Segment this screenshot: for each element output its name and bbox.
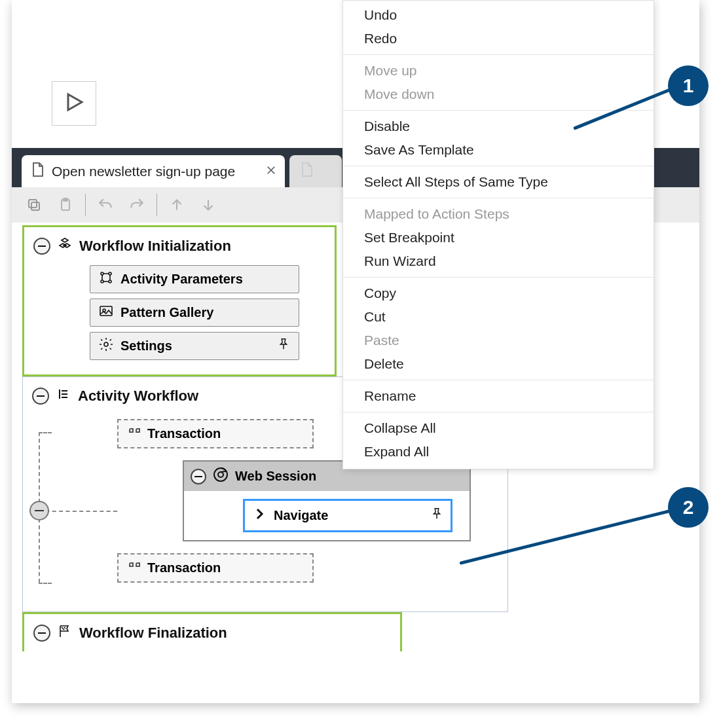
node-label: Transaction (147, 426, 221, 441)
pin-icon[interactable] (276, 337, 291, 355)
svg-point-5 (101, 272, 103, 275)
collapse-icon[interactable] (32, 388, 49, 405)
file-icon (299, 162, 314, 181)
group-header[interactable]: Workflow Initialization (33, 236, 325, 256)
parameters-icon (98, 270, 114, 289)
play-button[interactable] (52, 81, 96, 126)
group-title: Activity Workflow (78, 388, 198, 405)
quote-icon (126, 558, 142, 577)
paste-button[interactable] (50, 189, 81, 221)
move-down-button[interactable] (193, 189, 224, 221)
menu-delete[interactable]: Delete (343, 352, 654, 376)
menu-separator (343, 412, 654, 412)
collapse-icon[interactable] (33, 238, 50, 255)
callout-number: 2 (683, 496, 694, 519)
editor-panel: Open newsletter sign-up page Work (12, 0, 699, 703)
menu-disable[interactable]: Disable (343, 115, 654, 138)
menu-undo[interactable]: Undo (343, 3, 654, 27)
node-transaction[interactable]: Transaction (117, 419, 314, 448)
cubes-icon (57, 236, 73, 256)
menu-rename[interactable]: Rename (343, 384, 654, 408)
quote-icon (126, 424, 142, 443)
menu-separator (343, 166, 654, 166)
svg-point-11 (104, 342, 108, 346)
node-activity-parameters[interactable]: Activity Parameters (90, 265, 299, 293)
pin-icon[interactable] (430, 507, 444, 524)
menu-select-same-type[interactable]: Select All Steps of Same Type (343, 170, 654, 194)
group-workflow-initialization: Workflow Initialization Activity Paramet… (22, 225, 337, 376)
menu-expand-all[interactable]: Expand All (343, 440, 654, 464)
node-pattern-gallery[interactable]: Pattern Gallery (90, 299, 299, 327)
menu-separator (343, 277, 654, 278)
close-icon[interactable] (265, 164, 277, 179)
collapse-icon[interactable] (29, 501, 49, 520)
connector-horizontal (39, 511, 117, 512)
svg-point-7 (101, 280, 103, 283)
node-transaction[interactable]: Transaction (117, 553, 314, 583)
node-label: Activity Parameters (120, 272, 243, 287)
node-label: Navigate (274, 508, 328, 523)
svg-marker-0 (68, 94, 82, 110)
node-settings[interactable]: Settings (90, 332, 299, 360)
svg-rect-1 (31, 202, 39, 210)
menu-separator (343, 380, 654, 380)
node-web-session[interactable]: Web Session Navigate (183, 460, 471, 541)
callout-badge-1: 1 (668, 65, 709, 106)
chrome-icon (213, 467, 229, 486)
flag-icon (57, 623, 73, 643)
redo-button[interactable] (121, 189, 153, 221)
svg-point-13 (218, 472, 223, 477)
menu-copy[interactable]: Copy (343, 282, 654, 305)
collapse-icon[interactable] (191, 469, 206, 484)
collapse-icon[interactable] (33, 625, 50, 642)
node-label: Settings (120, 338, 172, 354)
undo-button[interactable] (90, 189, 121, 221)
tab-inactive[interactable] (289, 155, 342, 187)
group-workflow-finalization: Workflow Finalization (22, 612, 402, 651)
group-children: Activity Parameters Pattern Gallery Sett… (33, 265, 325, 360)
context-menu: Undo Redo Move up Move down Disable Save… (342, 0, 654, 469)
menu-separator (343, 110, 654, 111)
menu-set-breakpoint[interactable]: Set Breakpoint (343, 226, 654, 249)
svg-point-8 (109, 280, 111, 283)
group-header[interactable]: Workflow Finalization (33, 623, 391, 643)
node-label: Web Session (235, 469, 316, 484)
menu-redo[interactable]: Redo (343, 27, 654, 50)
node-label: Transaction (147, 560, 221, 575)
tab-title: Open newsletter sign-up page (52, 164, 235, 179)
callout-badge-2: 2 (668, 487, 709, 528)
menu-move-up: Move up (343, 59, 654, 82)
node-navigate[interactable]: Navigate (243, 499, 452, 532)
chevron-right-icon (251, 506, 267, 525)
menu-run-wizard[interactable]: Run Wizard (343, 249, 654, 273)
svg-rect-2 (29, 200, 37, 208)
menu-collapse-all[interactable]: Collapse All (343, 416, 654, 440)
connector-horizontal (39, 583, 52, 584)
menu-mapped-action-steps: Mapped to Action Steps (343, 202, 654, 226)
gear-icon (98, 337, 114, 355)
connector-horizontal (39, 432, 52, 433)
callout-number: 1 (683, 75, 694, 97)
menu-separator (343, 54, 654, 55)
svg-point-6 (109, 272, 111, 275)
file-icon (29, 162, 45, 181)
menu-save-template[interactable]: Save As Template (343, 138, 654, 162)
menu-paste: Paste (343, 329, 654, 352)
move-up-button[interactable] (161, 189, 193, 221)
group-title: Workflow Finalization (79, 625, 227, 642)
menu-move-down: Move down (343, 82, 654, 106)
node-label: Pattern Gallery (120, 305, 213, 320)
menu-separator (343, 198, 654, 198)
play-icon (62, 90, 86, 117)
toolbar-separator (157, 194, 157, 216)
group-title: Workflow Initialization (79, 238, 231, 255)
copy-button[interactable] (18, 189, 50, 221)
tab-active[interactable]: Open newsletter sign-up page (22, 155, 285, 187)
toolbar-separator (85, 194, 86, 216)
menu-cut[interactable]: Cut (343, 305, 654, 329)
gallery-icon (98, 303, 114, 322)
list-icon (56, 386, 71, 406)
